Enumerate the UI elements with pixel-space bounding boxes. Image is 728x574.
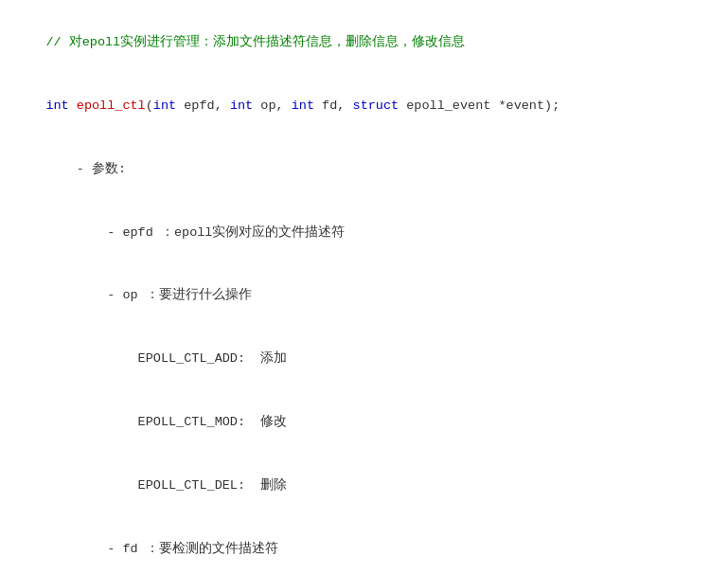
keyword-int-2: int [153, 99, 176, 113]
line-func-1: int epoll_ctl(int epfd, int op, int fd, … [15, 75, 713, 138]
keyword-int-3: int [230, 99, 253, 113]
keyword-int-4: int [292, 99, 314, 113]
keyword-struct-1: struct [353, 99, 400, 113]
comment-text-1: // 对epoll实例进行管理：添加文件描述符信息，删除信息，修改信息 [45, 35, 465, 49]
line-del-1: EPOLL_CTL_DEL: 删除 [15, 455, 713, 518]
line-comment-1: // 对epoll实例进行管理：添加文件描述符信息，删除信息，修改信息 [15, 11, 713, 75]
code-container: // 对epoll实例进行管理：添加文件描述符信息，删除信息，修改信息 int … [0, 0, 728, 574]
line-mod-1: EPOLL_CTL_MOD: 修改 [15, 391, 713, 455]
keyword-int-1: int [45, 99, 76, 113]
line-add-1: EPOLL_CTL_ADD: 添加 [15, 328, 713, 391]
line-params-label-1: - 参数: [15, 138, 713, 202]
func-name-1: epoll_ctl [77, 99, 146, 113]
line-epfd-1: - epfd ：epoll实例对应的文件描述符 [15, 201, 713, 264]
func-params-1: ( [146, 99, 153, 113]
line-op-1: - op ：要进行什么操作 [15, 264, 713, 328]
line-fd-1: - fd ：要检测的文件描述符 [15, 517, 713, 574]
